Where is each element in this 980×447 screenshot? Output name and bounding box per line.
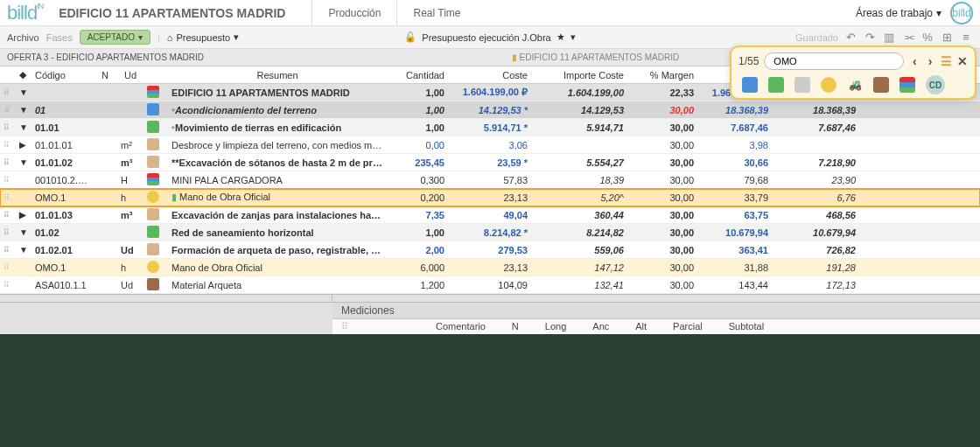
- breadcrumb-left[interactable]: OFERTA 3 - EDIFICIO APARTAMENTOS MADRID: [0, 52, 211, 62]
- drag-handle-icon[interactable]: ⠿: [0, 246, 16, 255]
- cell-cantidad[interactable]: 1,00: [387, 227, 448, 238]
- tree-toggle-icon[interactable]: ▼: [16, 245, 32, 255]
- redo-icon[interactable]: ↷: [863, 31, 877, 45]
- filter-machinery-icon[interactable]: 🚜: [847, 77, 863, 93]
- med-col-subtotal[interactable]: Subtotal: [729, 321, 764, 332]
- cell-margen[interactable]: 30,00: [627, 157, 697, 168]
- star-icon[interactable]: ★: [556, 31, 565, 43]
- cell-coste[interactable]: 5.914,71 *: [448, 122, 531, 133]
- drag-handle-icon[interactable]: ⠿: [0, 123, 16, 132]
- col-codigo[interactable]: Código: [32, 70, 93, 80]
- cell-precio[interactable]: 31,88: [697, 262, 772, 273]
- cell-coste[interactable]: 49,04: [448, 210, 531, 220]
- cell-margen[interactable]: 30,00: [627, 175, 697, 185]
- cell-margen[interactable]: 30,00: [627, 192, 697, 203]
- cell-precio[interactable]: 33,79: [697, 192, 772, 203]
- filter-aux-icon[interactable]: [900, 77, 915, 93]
- col-resumen[interactable]: Resumen: [168, 70, 387, 80]
- tree-toggle-icon[interactable]: ▼: [16, 122, 32, 132]
- filter-item-icon[interactable]: [794, 77, 810, 93]
- cell-coste[interactable]: 8.214,82 *: [448, 227, 531, 238]
- tree-toggle-icon[interactable]: ▼: [16, 157, 32, 167]
- cell-cantidad[interactable]: 6,000: [387, 262, 448, 273]
- table-row[interactable]: ⠿▼01.02.01UdFormación de arqueta de paso…: [0, 241, 980, 259]
- menu-archivo[interactable]: Archivo: [7, 32, 39, 43]
- cell-precio[interactable]: 63,75: [697, 210, 772, 220]
- col-margen[interactable]: % Margen: [627, 70, 697, 80]
- tab-realtime[interactable]: Real Time: [396, 0, 476, 26]
- cell-coste[interactable]: 14.129,53 *: [448, 105, 531, 115]
- cell-cantidad[interactable]: 1,00: [387, 122, 448, 133]
- cell-margen[interactable]: 30,00: [627, 122, 697, 133]
- undo-icon[interactable]: ↶: [844, 31, 858, 45]
- cell-cantidad[interactable]: 1,200: [387, 280, 448, 290]
- drag-handle-icon[interactable]: ⠿: [0, 211, 16, 220]
- table-row[interactable]: ⠿OMO.1hMano de Obra Oficial6,00023,13147…: [0, 259, 980, 276]
- tab-produccion[interactable]: Producción: [312, 0, 396, 26]
- cell-precio[interactable]: 30,66: [697, 157, 772, 168]
- table-row[interactable]: ⠿▼01.01* Movimiento de tierras en edific…: [0, 119, 980, 136]
- cell-coste[interactable]: 104,09: [448, 280, 531, 290]
- split-bar[interactable]: [0, 294, 980, 303]
- med-col-comentario[interactable]: Comentario: [436, 321, 486, 332]
- drag-handle-icon[interactable]: ⠿: [0, 176, 16, 185]
- cell-precio[interactable]: 143,44: [697, 280, 772, 290]
- cell-cantidad[interactable]: 0,300: [387, 175, 448, 185]
- filter-labor-icon[interactable]: [821, 77, 836, 93]
- filter-material-icon[interactable]: [873, 77, 889, 93]
- cell-cantidad[interactable]: 0,200: [387, 192, 448, 203]
- table-row[interactable]: ⠿▶01.01.01m²Desbroce y limpieza del terr…: [0, 136, 980, 154]
- breadcrumb-presupuesto[interactable]: ⌂Presupuesto▾: [167, 31, 239, 43]
- cell-coste[interactable]: 279,53: [448, 245, 531, 255]
- tree-toggle-icon[interactable]: ▶: [16, 140, 32, 150]
- col-importe[interactable]: Importe Coste: [531, 70, 627, 80]
- status-chip[interactable]: ACEPTADO▾: [80, 30, 150, 45]
- col-n[interactable]: N: [93, 70, 117, 80]
- tree-toggle-icon[interactable]: ▼: [16, 227, 32, 237]
- cell-margen[interactable]: 22,33: [627, 87, 697, 98]
- areas-dropdown[interactable]: Áreas de trabajo▾: [856, 7, 942, 19]
- search-next-icon[interactable]: ›: [925, 54, 935, 68]
- cell-coste[interactable]: 23,13: [448, 262, 531, 273]
- cell-coste[interactable]: 1.604.199,00 ₽: [448, 87, 531, 98]
- cell-coste[interactable]: 57,83: [448, 175, 531, 185]
- cell-margen[interactable]: 30,00: [627, 280, 697, 290]
- cell-cantidad[interactable]: 1,00: [387, 105, 448, 115]
- table-row[interactable]: ⠿OMO.1h▮ Mano de Obra Oficial0,20023,135…: [0, 189, 980, 206]
- drag-handle-icon[interactable]: ⠿: [0, 158, 16, 167]
- cell-margen[interactable]: 30,00: [627, 210, 697, 220]
- cell-cantidad[interactable]: 2,00: [387, 245, 448, 255]
- brand-badge-icon[interactable]: billd: [950, 2, 973, 24]
- cell-coste[interactable]: 23,59 *: [448, 157, 531, 168]
- med-col-long[interactable]: Long: [545, 321, 566, 332]
- search-close-icon[interactable]: ✕: [957, 54, 968, 68]
- grid-icon[interactable]: ⊞: [940, 31, 954, 45]
- cell-margen[interactable]: 30,00: [627, 227, 697, 238]
- search-prev-icon[interactable]: ‹: [909, 54, 920, 68]
- drag-handle-icon[interactable]: ⠿: [0, 141, 16, 150]
- col-cantidad[interactable]: Cantidad: [387, 70, 448, 80]
- med-col-n[interactable]: N: [512, 321, 519, 332]
- cell-cantidad[interactable]: 0,00: [387, 140, 448, 150]
- col-coste[interactable]: Coste: [448, 70, 531, 80]
- filter-subchapter-icon[interactable]: [768, 77, 784, 93]
- drag-handle-icon[interactable]: ⠿: [0, 263, 16, 272]
- cell-cantidad[interactable]: 1,00: [387, 87, 448, 98]
- filter-chapter-icon[interactable]: [742, 77, 758, 93]
- drag-handle-icon[interactable]: ⠿: [0, 228, 16, 237]
- menu-icon[interactable]: ≡: [959, 31, 973, 45]
- tree-toggle-icon[interactable]: ▼: [16, 105, 32, 115]
- table-row[interactable]: ⠿▶01.01.03m³Excavación de zanjas para in…: [0, 206, 980, 224]
- cell-precio[interactable]: 7.687,46: [697, 122, 772, 133]
- cell-margen[interactable]: 30,00: [627, 245, 697, 255]
- cell-precio[interactable]: 10.679,94: [697, 227, 772, 238]
- med-col-alt[interactable]: Alt: [635, 321, 647, 332]
- cell-precio[interactable]: 79,68: [697, 175, 772, 185]
- table-row[interactable]: ⠿▼01.01.02m³**Excavación de sótanos de h…: [0, 154, 980, 171]
- drag-handle-icon[interactable]: ⠿: [0, 193, 16, 202]
- cell-precio[interactable]: 18.368,39: [697, 105, 772, 115]
- percent-icon[interactable]: %: [920, 31, 934, 45]
- table-row[interactable]: ⠿▼01* Acondicionamiento del terreno1,001…: [0, 101, 980, 119]
- drag-handle-icon[interactable]: ⠿: [0, 88, 16, 97]
- filter-cd-badge[interactable]: CD: [926, 75, 945, 94]
